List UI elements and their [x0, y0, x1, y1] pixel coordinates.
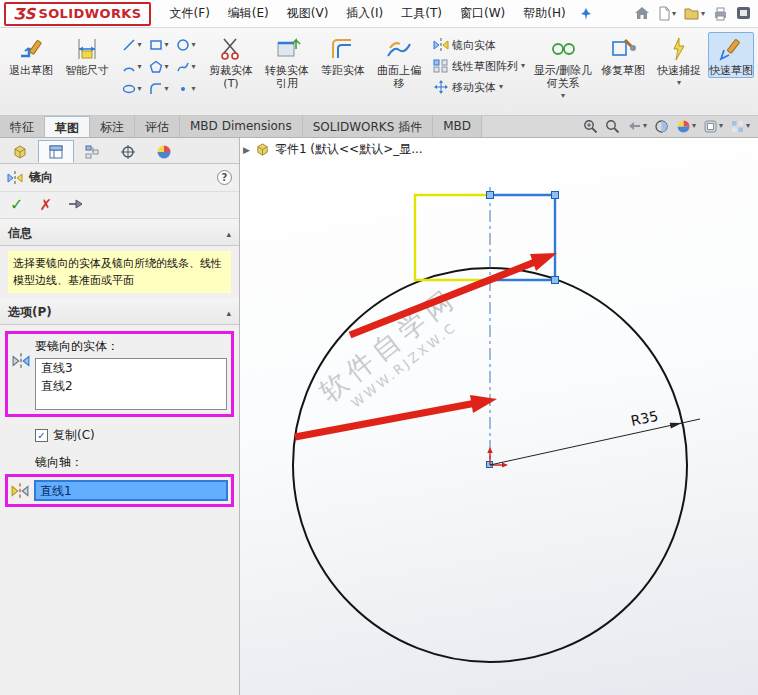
property-manager-tab[interactable] [38, 140, 74, 163]
info-section-header[interactable]: 信息 ▴ [0, 219, 239, 246]
smart-dimension-button[interactable]: 智能尺寸 [60, 32, 114, 78]
zoom-fit-icon[interactable] [583, 119, 598, 134]
tab-sketch[interactable]: 草图 [45, 116, 90, 137]
copy-checkbox[interactable]: ✓ [35, 429, 48, 442]
property-list-icon [48, 144, 64, 160]
tab-solidworks-addins[interactable]: SOLIDWORKS 插件 [303, 116, 433, 137]
menu-bar: ƷS SOLIDWORKS 文件(F) 编辑(E) 视图(V) 插入(I) 工具… [0, 0, 758, 28]
trim-entities-button[interactable]: 剪裁实体(T) [204, 32, 258, 91]
previous-view-icon[interactable]: ▾ [627, 119, 647, 134]
tab-features[interactable]: 特征 [0, 116, 45, 137]
ok-button[interactable]: ✓ [10, 197, 23, 213]
sketch-scene: R35 [240, 138, 758, 695]
spline-tool[interactable]: ▾ [173, 56, 199, 77]
arc-tool[interactable]: ▾ [119, 56, 145, 77]
solidworks-window: ƷS SOLIDWORKS 文件(F) 编辑(E) 视图(V) 插入(I) 工具… [0, 0, 758, 695]
offset-entities-button[interactable]: 等距实体 [316, 32, 370, 78]
home-icon[interactable] [634, 6, 650, 21]
tab-mbd[interactable]: MBD [433, 116, 482, 137]
tab-evaluate[interactable]: 评估 [135, 116, 180, 137]
feature-manager-tab[interactable] [2, 140, 38, 163]
part-icon [255, 142, 270, 157]
property-manager-title: 镜向 [29, 169, 53, 186]
dimxpert-manager-tab[interactable] [110, 140, 146, 163]
sketch-entities-palette: ▾ ▾ ▾ ▾ ▾ ▾ ▾ ▾ ▾ [119, 30, 199, 113]
new-document-icon[interactable]: ▾ [658, 6, 676, 21]
offset-on-surface-button[interactable]: 曲面上偏移 [372, 32, 426, 91]
offset-entities-icon [329, 36, 357, 62]
mirror-axis-group: 直线1 [5, 474, 234, 507]
window-edge-icon[interactable] [736, 6, 752, 21]
part-tree-icon [12, 144, 28, 160]
menu-pin-icon[interactable] [579, 7, 593, 21]
menu-insert[interactable]: 插入(I) [337, 1, 392, 26]
options-body: 要镜向的实体： 直线3 直线2 ✓ 复制(C) 镜向轴： 直线1 [0, 325, 239, 511]
quick-snaps-button[interactable]: 快速捕捉 ▾ [652, 32, 706, 88]
help-icon[interactable]: ? [217, 170, 232, 185]
menu-help[interactable]: 帮助(H) [514, 1, 574, 26]
display-manager-tab[interactable] [146, 140, 182, 163]
panel-tab-strip [0, 138, 239, 164]
zoom-area-icon[interactable] [605, 119, 620, 134]
circle-tool[interactable]: ▾ [173, 34, 199, 55]
linear-pattern-button[interactable]: 线性草图阵列 ▾ [431, 57, 527, 75]
rectangle-tool[interactable]: ▾ [146, 34, 172, 55]
configuration-manager-tab[interactable] [74, 140, 110, 163]
linear-pattern-icon [433, 58, 449, 74]
entities-to-mirror-listbox[interactable]: 直线3 直线2 [35, 358, 227, 410]
list-item[interactable]: 直线3 [36, 359, 226, 377]
rapid-sketch-button[interactable]: 快速草图 [708, 32, 754, 78]
radius-dimension[interactable]: R35 [490, 408, 700, 465]
ellipse-tool[interactable]: ▾ [119, 78, 145, 99]
scene-icon[interactable]: ▾ [703, 119, 723, 134]
breadcrumb-text[interactable]: 零件1 (默认<<默认>_显... [275, 141, 423, 158]
polygon-tool[interactable]: ▾ [146, 56, 172, 77]
dimension-text[interactable]: R35 [629, 408, 659, 429]
menu-view[interactable]: 视图(V) [278, 1, 338, 26]
mirror-entities-button[interactable]: 镜向实体 [431, 36, 527, 54]
line-tool[interactable]: ▾ [119, 34, 145, 55]
rapid-sketch-icon [717, 36, 745, 62]
cancel-button[interactable]: ✗ [39, 198, 52, 213]
menu-edit[interactable]: 编辑(E) [219, 1, 278, 26]
open-document-icon[interactable]: ▾ [684, 7, 705, 20]
main-area: 镜向 ? ✓ ✗ 信息 ▴ 选择要镜向的实体及镜向所绕的线条、线性模型边线、基准… [0, 138, 758, 695]
print-icon[interactable] [713, 7, 728, 21]
exit-sketch-button[interactable]: 退出草图 [4, 32, 58, 78]
collapse-icon: ▴ [226, 229, 231, 239]
menu-window[interactable]: 窗口(W) [451, 1, 514, 26]
menu-tools[interactable]: 工具(T) [392, 1, 451, 26]
3ds-logo-icon: ƷS [13, 5, 35, 23]
convert-entities-button[interactable]: 转换实体引用 [260, 32, 314, 91]
repair-sketch-button[interactable]: 修复草图 [596, 32, 650, 78]
flyout-tree-toggle-icon[interactable]: ▶ [243, 145, 250, 155]
ribbon-group-sketch: 退出草图 智能尺寸 [1, 30, 117, 113]
menu-file[interactable]: 文件(F) [161, 1, 219, 26]
options-section-header[interactable]: 选项(P) ▴ [0, 298, 239, 325]
entities-to-mirror-icon [12, 352, 30, 370]
entities-to-mirror-group: 要镜向的实体： 直线3 直线2 [5, 331, 234, 417]
quick-snaps-icon [665, 36, 693, 62]
move-entities-icon [433, 79, 449, 95]
list-item[interactable]: 直线2 [36, 377, 226, 395]
display-pie-icon [156, 144, 172, 160]
tab-mbd-dimensions[interactable]: MBD Dimensions [180, 116, 303, 137]
convert-entities-icon [273, 36, 301, 62]
display-delete-relations-button[interactable]: 显示/删除几何关系 ▾ [532, 32, 594, 101]
hide-show-items-icon[interactable]: ▾ [730, 119, 750, 134]
property-manager-panel: 镜向 ? ✓ ✗ 信息 ▴ 选择要镜向的实体及镜向所绕的线条、线性模型边线、基准… [0, 138, 240, 695]
mirror-axis-field[interactable]: 直线1 [34, 480, 228, 501]
graphics-area[interactable]: ▶ 零件1 (默认<<默认>_显... 软件自学网 WWW.RJZXW.C [240, 138, 758, 695]
smart-dimension-icon [73, 36, 101, 62]
fillet-tool[interactable]: ▾ [146, 78, 172, 99]
keep-visible-pin-icon[interactable] [68, 198, 84, 213]
move-entities-button[interactable]: 移动实体 ▾ [431, 78, 527, 96]
command-manager-ribbon: 退出草图 智能尺寸 ▾ ▾ ▾ ▾ ▾ ▾ ▾ ▾ ▾ 剪裁实体(T) [0, 28, 758, 116]
selection-handles[interactable] [487, 192, 559, 468]
copy-option-row: ✓ 复制(C) [35, 427, 230, 444]
point-tool[interactable]: ▾ [173, 78, 199, 99]
section-view-icon[interactable] [654, 119, 669, 134]
tab-annotate[interactable]: 标注 [90, 116, 135, 137]
appearance-icon[interactable]: ▾ [676, 119, 696, 134]
quick-access-toolbar: ▾ ▾ [634, 6, 754, 21]
